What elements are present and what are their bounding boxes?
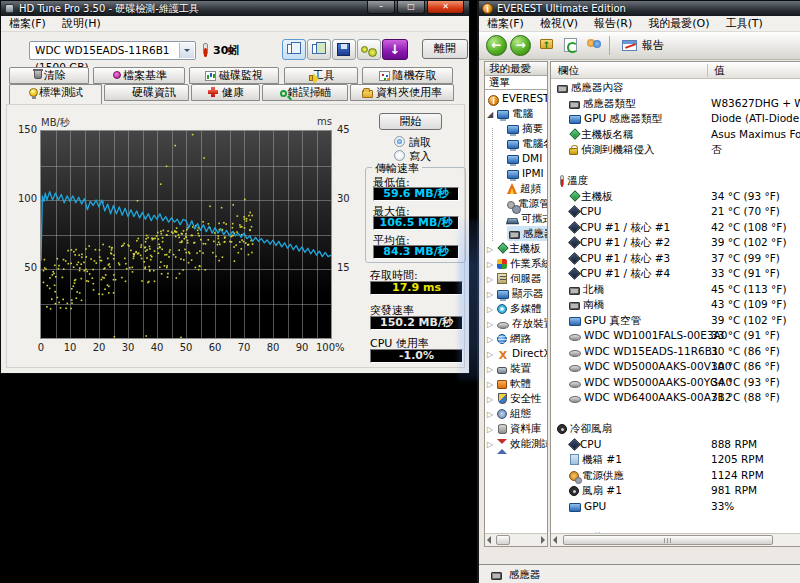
minimize-button[interactable]: – [367, 1, 395, 14]
tree-item-作業系統[interactable]: ▷作業系統 [485, 256, 547, 271]
collapsed-icon[interactable]: ▷ [487, 257, 493, 272]
collapsed-icon[interactable]: ▷ [487, 377, 493, 392]
table-row[interactable]: WDC WD5000AAKS-00V1A030 °C (86 °F) [551, 359, 800, 375]
hdtune-menu-item-1[interactable]: 說明(H) [54, 16, 109, 32]
table-row[interactable]: CPU #1 / 核心 #142 °C (108 °F) [551, 220, 800, 236]
tree-item-電源管理[interactable]: 電源管理 [485, 196, 547, 211]
collapsed-icon[interactable]: ▷ [487, 302, 493, 317]
collapsed-icon[interactable]: ▷ [487, 332, 493, 347]
tree-item-多媒體[interactable]: ▷多媒體 [485, 301, 547, 316]
exit-button[interactable]: 離開 [422, 39, 468, 59]
main-hscrollbar[interactable] [551, 533, 800, 546]
tree-item-顯示器[interactable]: ▷顯示器 [485, 286, 547, 301]
tab-trash[interactable]: 清除 [9, 67, 89, 84]
drive-select[interactable]: WDC WD15EADS-11R6B1 (1500 GB) [29, 41, 196, 60]
everest-menu-item-0[interactable]: 檔案(F) [479, 16, 532, 32]
scroll-right-icon[interactable] [541, 536, 545, 544]
sidebar-tab-0[interactable]: 我的最愛 [485, 62, 547, 76]
table-row[interactable]: CPU #1 / 核心 #433 °C (91 °F) [551, 266, 800, 282]
table-row[interactable]: 主機板34 °C (93 °F) [551, 189, 800, 205]
refresh-button[interactable] [561, 36, 581, 55]
collapsed-icon[interactable]: ▷ [487, 272, 493, 287]
start-button[interactable]: 開始 [379, 113, 442, 130]
scroll-left-icon[interactable] [487, 536, 491, 544]
collapsed-icon[interactable]: ▷ [487, 362, 493, 377]
table-row[interactable]: CPU #1 / 核心 #337 °C (99 °F) [551, 251, 800, 267]
sidebar-hscrollbar[interactable] [485, 533, 547, 546]
tree-item-感應器[interactable]: 感應器 [485, 226, 547, 241]
download-button[interactable]: ↓ [382, 39, 408, 60]
collapsed-icon[interactable]: ▷ [487, 437, 493, 452]
table-row[interactable]: 主機板名稱Asus Maximus Formula [551, 127, 800, 143]
collapsed-icon[interactable]: ▷ [487, 317, 493, 332]
collapsed-icon[interactable]: ▷ [487, 392, 493, 407]
collapsed-icon[interactable]: ▷ [487, 407, 493, 422]
column-separator[interactable] [707, 64, 708, 77]
table-row[interactable]: GPU 感應器類型Diode (ATI-Diode) [551, 111, 800, 127]
folder-up-button[interactable]: ↑ [537, 36, 557, 55]
expanded-icon[interactable]: ◢ [487, 107, 493, 122]
collapsed-icon[interactable]: ▷ [487, 347, 493, 362]
tab-speaker[interactable]: 工具 [284, 67, 358, 84]
table-row[interactable]: GPU 真空管39 °C (102 °F) [551, 313, 800, 329]
table-row[interactable]: 風扇 #1981 RPM [551, 483, 800, 499]
table-row[interactable]: GPU33% [551, 499, 800, 515]
tree-item-軟體[interactable]: ▷軟體 [485, 376, 547, 391]
tree-item-伺服器[interactable]: ▷伺服器 [485, 271, 547, 286]
tab-folder[interactable]: 資料夾使用率 [350, 84, 454, 101]
table-row[interactable]: 冷卻風扇 [551, 421, 800, 437]
tree-item-裝置[interactable]: ▷裝置 [485, 361, 547, 376]
table-row[interactable]: 南橋43 °C (109 °F) [551, 297, 800, 313]
users-button[interactable] [585, 36, 605, 55]
tree-item-存放裝置[interactable]: ▷存放裝置 [485, 316, 547, 331]
tree-item-IPMI[interactable]: IPMI [485, 166, 547, 181]
tree-item-主機板[interactable]: ▷主機板 [485, 241, 547, 256]
tab-file-bench[interactable]: 檔案基準 [93, 67, 185, 84]
tree-item-超頻[interactable]: 超頻 [485, 181, 547, 196]
tree-item-網路[interactable]: ▷網路 [485, 331, 547, 346]
table-row[interactable]: 感應器類型W83627DHG + W83793G [551, 96, 800, 112]
collapsed-icon[interactable]: ▷ [487, 242, 493, 257]
tab-bulb[interactable]: 標準測試 [9, 84, 102, 104]
tree-item-電腦名稱[interactable]: 電腦名稱 [485, 136, 547, 151]
tree-item-效能測試[interactable]: ▷效能測試 [485, 436, 547, 451]
close-button[interactable]: ✕ [427, 1, 464, 14]
options-button[interactable] [357, 39, 381, 60]
radio-write[interactable] [394, 150, 405, 161]
table-row[interactable]: 溫度 [551, 173, 800, 189]
table-row[interactable]: 偵測到機箱侵入否 [551, 142, 800, 158]
report-button[interactable]: 報告 [617, 35, 673, 56]
table-row[interactable]: 電源供應1124 RPM [551, 468, 800, 484]
table-row[interactable]: CPU888 RPM [551, 437, 800, 453]
table-row[interactable]: WDC WD5000AAKS-00YGA034 °C (93 °F) [551, 375, 800, 391]
hdtune-menu-item-0[interactable]: 檔案(F) [1, 16, 54, 32]
maximize-button[interactable]: □ [397, 1, 425, 14]
collapsed-icon[interactable]: ▷ [487, 422, 493, 437]
table-row[interactable]: WDC WD15EADS-11R6B130 °C (86 °F) [551, 344, 800, 360]
table-row[interactable]: CPU #1 / 核心 #239 °C (102 °F) [551, 235, 800, 251]
back-button[interactable]: ← [486, 35, 507, 56]
tab-magnifier[interactable]: 錯誤掃瞄 [262, 84, 348, 101]
tree-item-EVEREST[interactable]: iEVEREST [485, 91, 547, 106]
sidebar-scroll-thumb[interactable] [496, 535, 510, 545]
copy-color-button[interactable] [307, 39, 331, 60]
tab-random[interactable]: 隨機存取 [362, 67, 453, 84]
save-button[interactable] [332, 39, 356, 60]
everest-menu-item-1[interactable]: 檢視(V) [532, 16, 586, 32]
hdtune-titlebar[interactable]: HD Tune Pro 3.50 - 硬碟檢測-維護工具 – □ ✕ [1, 1, 469, 16]
tree-item-資料庫[interactable]: ▷資料庫 [485, 421, 547, 436]
tree-item-可攜式電腦[interactable]: 可攜式電腦 [485, 211, 547, 226]
tree-item-DirectX[interactable]: ▷XDirectX [485, 346, 547, 361]
table-row[interactable]: 感應器內容 [551, 80, 800, 96]
collapsed-icon[interactable]: ▷ [487, 287, 493, 302]
tab-disk-monitor[interactable]: 磁碟監視 [189, 67, 279, 84]
table-row[interactable]: WDC WD1001FALS-00E3A033 °C (91 °F) [551, 328, 800, 344]
tree-item-DMI[interactable]: DMI [485, 151, 547, 166]
table-row[interactable]: 機箱 #11205 RPM [551, 452, 800, 468]
tab-health-cross[interactable]: 健康 [191, 84, 260, 101]
forward-button[interactable]: → [510, 35, 531, 56]
tree-item-組態[interactable]: ▷組態 [485, 406, 547, 421]
everest-menu-item-2[interactable]: 報告(R) [586, 16, 640, 32]
table-row[interactable]: WDC WD6400AAKS-00A7B231 °C (88 °F) [551, 390, 800, 406]
column-header-field[interactable]: 欄位 [558, 62, 579, 78]
